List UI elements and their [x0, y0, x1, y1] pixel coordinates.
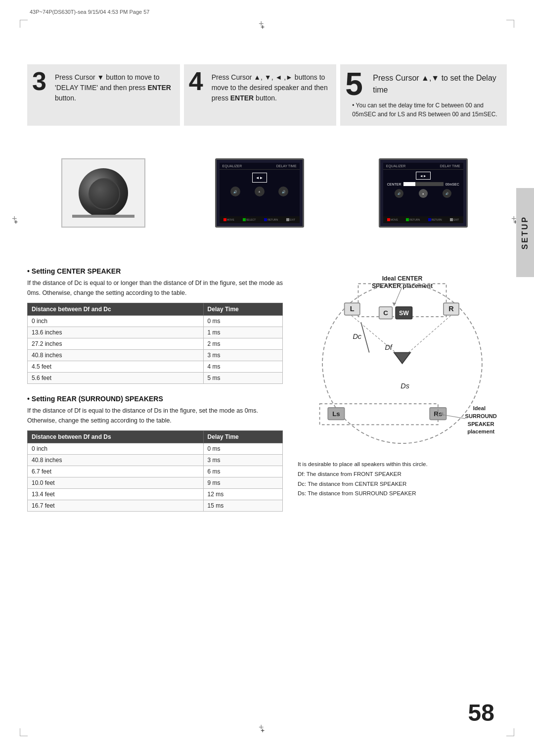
table-cell: 40.8 inches [28, 350, 204, 361]
steps-section: 3 Press Cursor ▼ button to move to 'DELA… [27, 64, 507, 126]
table-cell: 3 ms [203, 455, 282, 466]
screens-section: EQUALIZER DELAY TIME ◄► 🔊 ▲ 🔊 [27, 153, 507, 233]
table-cell: 0 inch [28, 443, 204, 455]
table-cell: 0 inch [28, 316, 204, 327]
rear-speaker-table: Distance between Df and Ds Delay Time 0 … [27, 430, 283, 512]
center-speaker-desc: If the distance of Dc is equal to or lon… [27, 278, 283, 298]
speaker-diagram-svg: Ideal CENTER SPEAKER placement L R C SW … [298, 267, 507, 454]
speaker-circle [79, 168, 128, 218]
diagram-column: Ideal CENTER SPEAKER placement L R C SW … [298, 267, 507, 522]
step-4-box: 4 Press Cursor ▲, ▼, ◄ ,► buttons to mov… [184, 64, 337, 126]
table-cell: 6.7 feet [28, 466, 204, 477]
tv-bottom-bar-5: MOVE RETURN RETURN EXIT [383, 216, 463, 223]
svg-text:SPEAKER placement: SPEAKER placement [372, 283, 433, 289]
step-5-screen: EQUALIZER DELAY TIME ◄► CENTER 00mSEC 🔊 [339, 153, 507, 233]
svg-text:L: L [350, 305, 355, 313]
speaker-image [61, 158, 145, 228]
page-number: 58 [468, 699, 494, 726]
table-cell: 27.2 inches [28, 338, 204, 350]
svg-text:Ideal: Ideal [473, 405, 486, 411]
speaker-bar [72, 215, 134, 218]
crosshair-bottom: + [261, 726, 267, 733]
table-cell: 2 ms [203, 338, 282, 350]
svg-marker-17 [394, 353, 410, 364]
center-col2-header: Delay Time [203, 303, 282, 316]
table-cell: 10.0 feet [28, 477, 204, 489]
page-header: 43P~74P(DS630T)-sea 9/15/04 4:53 PM Page… [30, 9, 149, 15]
svg-line-16 [402, 316, 451, 358]
rear-speaker-heading: • Setting REAR (SURROUND) SPEAKERS [27, 395, 283, 403]
table-cell: 12 ms [203, 489, 282, 500]
speaker-diagram: Ideal CENTER SPEAKER placement L R C SW … [298, 267, 507, 456]
crosshair-left: + [14, 218, 21, 225]
ds-note: Ds: The distance from SURROUND SPEAKER [298, 489, 507, 499]
lower-section: • Setting CENTER SPEAKER If the distance… [27, 267, 507, 522]
table-cell: 4 ms [203, 361, 282, 373]
table-cell: 40.8 inches [28, 455, 204, 466]
svg-text:C: C [383, 309, 388, 317]
step-3-content: Press Cursor ▼ button to move to 'DELAY … [55, 72, 173, 103]
svg-text:R: R [448, 305, 454, 313]
corner-mark-bl [20, 728, 28, 736]
svg-text:Ideal CENTER: Ideal CENTER [382, 275, 423, 282]
step-4-screen: EQUALIZER DELAY TIME ◄► 🔊 ▲ 🔊 [183, 153, 336, 233]
setup-tab: SETUP [516, 188, 534, 277]
corner-mark-tr [506, 20, 514, 28]
svg-text:SPEAKER: SPEAKER [468, 421, 494, 427]
step-3-screen [27, 153, 179, 233]
text-column: • Setting CENTER SPEAKER If the distance… [27, 267, 283, 522]
step-3-box: 3 Press Cursor ▼ button to move to 'DELA… [27, 64, 180, 126]
tv-screen-4: EQUALIZER DELAY TIME ◄► 🔊 ▲ 🔊 [215, 158, 304, 228]
table-cell: 9 ms [203, 477, 282, 489]
tv-screen-inner-4: EQUALIZER DELAY TIME ◄► 🔊 ▲ 🔊 [220, 163, 300, 223]
table-cell: 0 ms [203, 443, 282, 455]
rear-col1-header: Distance between Df and Ds [28, 431, 204, 443]
table-cell: 1 ms [203, 327, 282, 338]
svg-text:SURROUND: SURROUND [465, 413, 497, 419]
center-speaker-table: Distance between Df and Dc Delay Time 0 … [27, 303, 283, 384]
table-cell: 4.5 feet [28, 361, 204, 373]
table-cell: 5.6 feet [28, 373, 204, 384]
svg-text:Ls: Ls [332, 410, 340, 418]
table-cell: 13.4 feet [28, 489, 204, 500]
df-note: Df: The distance from FRONT SPEAKER [298, 470, 507, 479]
step-3-number: 3 [32, 68, 46, 94]
center-speaker-heading: • Setting CENTER SPEAKER [27, 267, 283, 275]
table-cell: 15 ms [203, 500, 282, 512]
svg-marker-31 [392, 302, 396, 306]
table-cell: 0 ms [203, 316, 282, 327]
center-col1-header: Distance between Df and Dc [28, 303, 204, 316]
step-5-note: You can set the delay time for C between… [352, 101, 500, 119]
corner-mark-br [506, 728, 514, 736]
table-cell: 16.7 feet [28, 500, 204, 512]
svg-text:Dc: Dc [353, 332, 361, 340]
step-5-content: Press Cursor ▲,▼ to set the Delay time [373, 72, 500, 96]
corner-mark-tl [20, 20, 28, 28]
crosshair-top: + [261, 23, 267, 30]
step-5-number: 5 [345, 68, 363, 100]
circle-note: It is desirable to place all speakers wi… [298, 460, 507, 470]
svg-text:SW: SW [399, 310, 409, 317]
rear-col2-header: Delay Time [203, 431, 282, 443]
rear-speaker-desc: If the distance of Df is equal to the di… [27, 406, 283, 425]
diagram-notes: It is desirable to place all speakers wi… [298, 460, 507, 498]
tv-screen-5: EQUALIZER DELAY TIME ◄► CENTER 00mSEC 🔊 [379, 158, 468, 228]
svg-text:Ds: Ds [400, 382, 409, 390]
tv-screen-inner-5: EQUALIZER DELAY TIME ◄► CENTER 00mSEC 🔊 [383, 163, 463, 223]
tv-bottom-bar-4: MOVE SELECT RETURN EXIT [220, 216, 300, 223]
dc-note: Dc: The distance from CENTER SPEAKER [298, 479, 507, 489]
table-cell: 13.6 inches [28, 327, 204, 338]
table-cell: 6 ms [203, 466, 282, 477]
table-cell: 3 ms [203, 350, 282, 361]
svg-text:Df: Df [385, 343, 393, 351]
svg-text:placement: placement [467, 428, 494, 434]
step-4-content: Press Cursor ▲, ▼, ◄ ,► buttons to move … [212, 72, 330, 103]
table-cell: 5 ms [203, 373, 282, 384]
step-5-box: 5 Press Cursor ▲,▼ to set the Delay time… [340, 64, 507, 126]
step-4-number: 4 [189, 68, 203, 94]
